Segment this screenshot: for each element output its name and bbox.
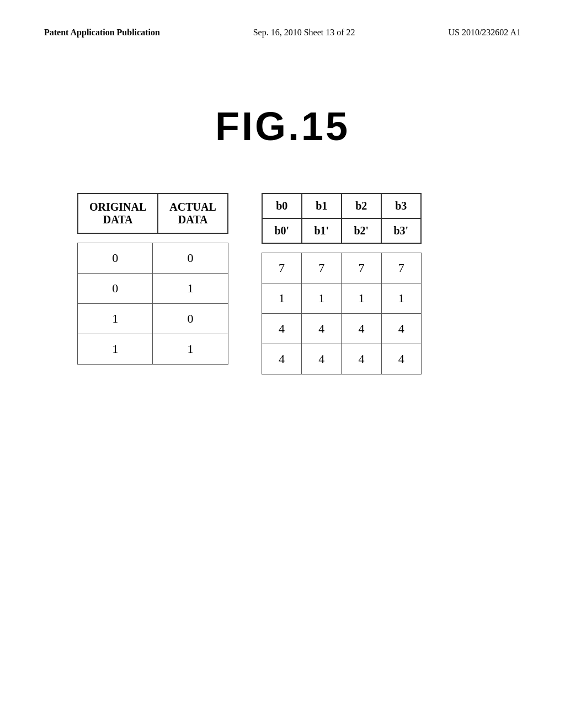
cell-r2-c0: 1 bbox=[78, 304, 153, 334]
cell-r1-b1: 1 bbox=[302, 283, 342, 314]
cell-r0-c0: 0 bbox=[78, 243, 153, 274]
table-row: 1 1 1 1 bbox=[262, 283, 421, 314]
cell-r1-c0: 0 bbox=[78, 274, 153, 304]
cell-r0-b2: 7 bbox=[342, 253, 381, 283]
header-right: US 2010/232602 A1 bbox=[448, 28, 521, 38]
table-row: b0' b1' b2' b3' bbox=[262, 218, 421, 243]
header-center: Sep. 16, 2010 Sheet 13 of 22 bbox=[253, 28, 355, 38]
table-row: 0 0 bbox=[78, 243, 228, 274]
right-table-wrapper: b0 b1 b2 b3 b0' b1' b2' b3' bbox=[262, 193, 422, 374]
cell-r3-b2: 4 bbox=[342, 344, 381, 374]
table-row: 4 4 4 4 bbox=[262, 314, 421, 344]
cell-r2-c1: 0 bbox=[153, 304, 228, 334]
table-row: 0 1 bbox=[78, 274, 228, 304]
b2-label: b2 bbox=[342, 194, 381, 218]
b0-label: b0 bbox=[262, 194, 302, 218]
cell-r1-b0: 1 bbox=[262, 283, 301, 314]
cell-r2-b0: 4 bbox=[262, 314, 301, 344]
tables-container: ORIGINALDATA ACTUALDATA 0 0 0 1 bbox=[44, 193, 521, 374]
table-row: ORIGINALDATA ACTUALDATA bbox=[78, 194, 228, 233]
cell-r3-b1: 4 bbox=[302, 344, 342, 374]
page-header: Patent Application Publication Sep. 16, … bbox=[44, 28, 521, 38]
cell-r2-b2: 4 bbox=[342, 314, 381, 344]
cell-r0-b3: 7 bbox=[381, 253, 421, 283]
table-row: 1 1 bbox=[78, 334, 228, 365]
table-row: b0 b1 b2 b3 bbox=[262, 194, 421, 218]
right-header-table: b0 b1 b2 b3 b0' b1' b2' b3' bbox=[262, 193, 422, 244]
cell-r3-b0: 4 bbox=[262, 344, 301, 374]
cell-r3-c0: 1 bbox=[78, 334, 153, 365]
b2p-label: b2' bbox=[342, 218, 381, 243]
right-data-table: 7 7 7 7 1 1 1 1 4 4 4 4 bbox=[262, 253, 422, 374]
cell-r0-b1: 7 bbox=[302, 253, 342, 283]
cell-r1-c1: 1 bbox=[153, 274, 228, 304]
cell-r2-b1: 4 bbox=[302, 314, 342, 344]
cell-r3-b3: 4 bbox=[381, 344, 421, 374]
cell-r3-c1: 1 bbox=[153, 334, 228, 365]
table-row: 1 0 bbox=[78, 304, 228, 334]
b0p-label: b0' bbox=[262, 218, 302, 243]
cell-r1-b2: 1 bbox=[342, 283, 381, 314]
b3p-label: b3' bbox=[381, 218, 421, 243]
table-row: 4 4 4 4 bbox=[262, 344, 421, 374]
original-data-label: ORIGINALDATA bbox=[78, 194, 158, 233]
cell-r0-b0: 7 bbox=[262, 253, 301, 283]
table-row: 7 7 7 7 bbox=[262, 253, 421, 283]
cell-r2-b3: 4 bbox=[381, 314, 421, 344]
left-header-table: ORIGINALDATA ACTUALDATA bbox=[77, 193, 228, 234]
b1p-label: b1' bbox=[302, 218, 342, 243]
b3-label: b3 bbox=[381, 194, 421, 218]
figure-title: FIG.15 bbox=[44, 104, 521, 149]
b1-label: b1 bbox=[302, 194, 342, 218]
cell-r1-b3: 1 bbox=[381, 283, 421, 314]
page: Patent Application Publication Sep. 16, … bbox=[0, 0, 565, 728]
actual-data-label: ACTUALDATA bbox=[158, 194, 227, 233]
cell-r0-c1: 0 bbox=[153, 243, 228, 274]
header-left: Patent Application Publication bbox=[44, 28, 160, 38]
left-data-table: 0 0 0 1 1 0 1 1 bbox=[77, 243, 228, 365]
left-table-wrapper: ORIGINALDATA ACTUALDATA 0 0 0 1 bbox=[77, 193, 228, 365]
